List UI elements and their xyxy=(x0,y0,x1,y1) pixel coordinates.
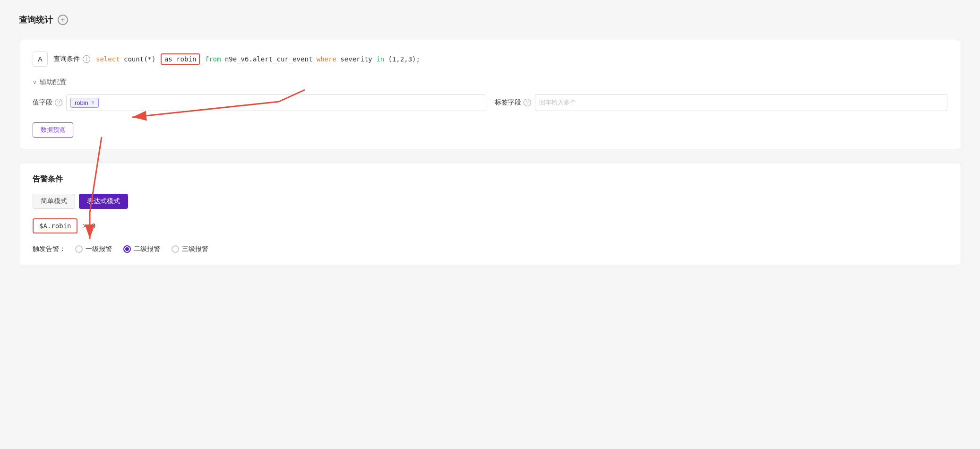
sql-from: from xyxy=(201,55,225,63)
aux-config-toggle[interactable]: ∨ 辅助配置 xyxy=(33,78,947,86)
field-row: 值字段 ? robin × 标签字段 ? 回车输入多个 xyxy=(33,94,947,111)
value-field-input[interactable]: robin × xyxy=(66,94,485,111)
sql-count: count(*) xyxy=(120,55,160,63)
simple-mode-button[interactable]: 简单模式 xyxy=(33,194,75,209)
radio-circle-level3 xyxy=(172,245,179,253)
tag-field-group: 标签字段 ? 回车输入多个 xyxy=(495,94,947,111)
query-condition-info-icon[interactable]: i xyxy=(83,55,90,63)
sql-in: in xyxy=(376,55,388,63)
radio-level1[interactable]: 一级报警 xyxy=(75,245,112,253)
sql-editor[interactable]: select count(*) as robin from n9e_v6.ale… xyxy=(96,53,420,65)
sql-condition: severity xyxy=(340,55,376,63)
expression-value-box[interactable]: $A.robin xyxy=(33,218,77,233)
alert-section-title: 告警条件 xyxy=(33,174,947,184)
sql-select: select xyxy=(96,55,120,63)
query-condition-label: 查询条件 i xyxy=(53,55,90,63)
radio-group: 一级报警 二级报警 三级报警 xyxy=(75,245,208,253)
tag-field-label: 标签字段 ? xyxy=(495,98,531,107)
tag-field-input[interactable]: 回车输入多个 xyxy=(535,94,947,111)
chevron-icon: ∨ xyxy=(33,79,37,86)
radio-level2[interactable]: 二级报警 xyxy=(123,245,160,253)
value-field-tag: robin × xyxy=(70,98,99,108)
tag-close-icon[interactable]: × xyxy=(91,99,95,106)
radio-circle-level1 xyxy=(75,245,83,253)
value-field-info-icon[interactable]: ? xyxy=(55,99,62,106)
sql-as-alias: as robin xyxy=(161,53,200,65)
sql-values: (1,2,3); xyxy=(388,55,420,63)
expression-mode-button[interactable]: 表达式模式 xyxy=(79,194,128,209)
expression-row: $A.robin > 10 xyxy=(33,218,947,233)
page-header: 查询统计 + xyxy=(19,14,961,26)
sql-where: where xyxy=(317,55,341,63)
mode-switch: 简单模式 表达式模式 xyxy=(33,194,947,209)
preview-button[interactable]: 数据预览 xyxy=(33,122,73,138)
add-query-button[interactable]: + xyxy=(58,15,68,25)
query-section-card: A 查询条件 i select count(*) as robin from n… xyxy=(19,40,961,149)
radio-circle-level2 xyxy=(123,245,131,253)
tag-field-info-icon[interactable]: ? xyxy=(524,99,531,106)
query-label-badge: A xyxy=(33,52,48,67)
sql-table: n9e_v6.alert_cur_event xyxy=(225,55,317,63)
query-row: A 查询条件 i select count(*) as robin from n… xyxy=(33,52,947,67)
aux-config-section: ∨ 辅助配置 值字段 ? robin × 标签字段 xyxy=(33,78,947,138)
trigger-row: 触发告警： 一级报警 二级报警 三级报警 xyxy=(33,245,947,253)
expression-suffix: > 10 xyxy=(82,222,95,230)
page-title: 查询统计 xyxy=(19,14,53,26)
radio-dot-level2 xyxy=(125,247,129,251)
radio-level3[interactable]: 三级报警 xyxy=(172,245,208,253)
value-field-label: 值字段 ? xyxy=(33,98,62,107)
trigger-label: 触发告警： xyxy=(33,245,66,253)
value-field-group: 值字段 ? robin × xyxy=(33,94,485,111)
alert-section-card: 告警条件 简单模式 表达式模式 $A.robin > 10 触发告警： 一级报警… xyxy=(19,163,961,265)
tag-field-placeholder: 回车输入多个 xyxy=(539,98,576,107)
